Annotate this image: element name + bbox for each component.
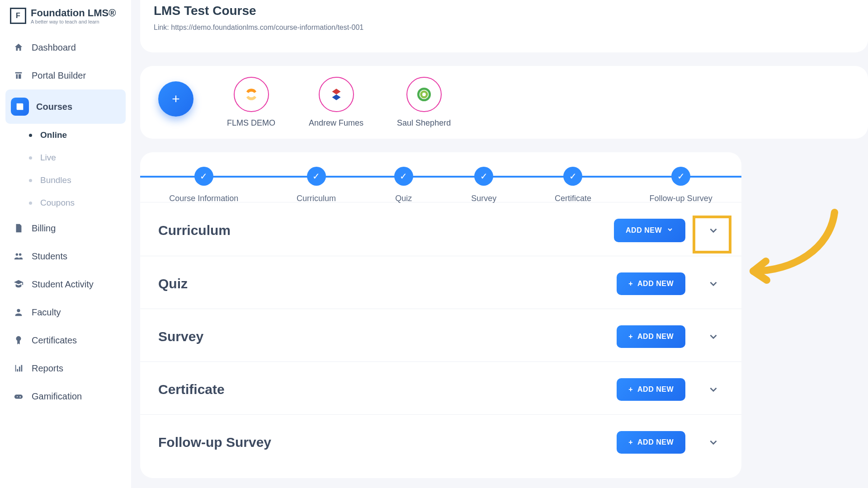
add-faculty-button[interactable]: + bbox=[158, 81, 193, 117]
home-icon bbox=[13, 42, 24, 53]
step-follow-up-survey[interactable]: ✓ Follow-up Survey bbox=[650, 167, 712, 203]
step-survey[interactable]: ✓ Survey bbox=[471, 167, 496, 203]
faculty-item[interactable]: Andrew Fumes bbox=[309, 77, 363, 128]
faculty-item[interactable]: Saul Shepherd bbox=[397, 77, 451, 128]
sidebar-item-gamification[interactable]: Gamification bbox=[5, 382, 126, 410]
expand-quiz-toggle[interactable] bbox=[703, 274, 723, 294]
step-course-information[interactable]: ✓ Course Information bbox=[169, 167, 238, 203]
section-quiz: Quiz + ADD NEW bbox=[140, 256, 741, 309]
sidebar-item-label: Portal Builder bbox=[32, 70, 86, 81]
faculty-icon bbox=[13, 306, 24, 318]
add-new-curriculum-button[interactable]: ADD NEW bbox=[614, 219, 685, 242]
sidebar-item-faculty[interactable]: Faculty bbox=[5, 298, 126, 326]
course-link-url[interactable]: https://demo.foundationlms.com/course-in… bbox=[171, 23, 363, 31]
plus-icon: + bbox=[628, 280, 633, 288]
certificate-icon bbox=[13, 334, 24, 346]
svg-point-0 bbox=[418, 89, 429, 100]
brand-name: Foundation LMS® bbox=[31, 7, 116, 19]
sidebar-sub-bundles[interactable]: Bundles bbox=[5, 169, 126, 192]
faculty-avatar-icon bbox=[234, 77, 269, 112]
sidebar-item-label: Students bbox=[32, 251, 67, 262]
course-header-card: LMS Test Course Link: https://demo.found… bbox=[140, 0, 868, 52]
sidebar-sub-coupons[interactable]: Coupons bbox=[5, 192, 126, 214]
sidebar-sub-label: Live bbox=[40, 153, 56, 163]
faculty-avatar-icon bbox=[406, 77, 442, 112]
billing-icon bbox=[13, 222, 24, 234]
dot-icon bbox=[29, 179, 32, 182]
button-label: ADD NEW bbox=[637, 385, 674, 394]
section-title: Quiz bbox=[158, 276, 188, 291]
courses-icon bbox=[11, 98, 29, 116]
button-label: ADD NEW bbox=[637, 438, 674, 446]
sidebar-item-reports[interactable]: Reports bbox=[5, 354, 126, 382]
sidebar-item-certificates[interactable]: Certificates bbox=[5, 326, 126, 354]
add-new-survey-button[interactable]: + ADD NEW bbox=[617, 325, 685, 348]
sidebar-item-portal-builder[interactable]: Portal Builder bbox=[5, 61, 126, 89]
sidebar-item-student-activity[interactable]: Student Activity bbox=[5, 270, 126, 298]
sidebar-sub-online[interactable]: Online bbox=[5, 124, 126, 146]
plus-icon: + bbox=[172, 91, 180, 107]
section-title: Curriculum bbox=[158, 223, 231, 238]
faculty-item[interactable]: FLMS DEMO bbox=[227, 77, 275, 128]
button-label: ADD NEW bbox=[637, 280, 674, 288]
section-title: Survey bbox=[158, 329, 203, 344]
sidebar-sub-label: Online bbox=[40, 130, 67, 140]
brand-tagline: A better way to teach and learn bbox=[31, 19, 116, 24]
sidebar-item-label: Billing bbox=[32, 223, 56, 234]
sidebar-item-dashboard[interactable]: Dashboard bbox=[5, 33, 126, 61]
button-label: ADD NEW bbox=[637, 333, 674, 341]
course-stepper: ✓ Course Information ✓ Curriculum ✓ Quiz… bbox=[140, 152, 741, 202]
content-card: ✓ Course Information ✓ Curriculum ✓ Quiz… bbox=[140, 152, 741, 478]
step-certificate[interactable]: ✓ Certificate bbox=[555, 167, 591, 203]
course-title: LMS Test Course bbox=[154, 4, 854, 18]
step-curriculum[interactable]: ✓ Curriculum bbox=[297, 167, 336, 203]
reports-icon bbox=[13, 362, 24, 374]
sidebar-item-students[interactable]: Students bbox=[5, 242, 126, 270]
activity-icon bbox=[13, 278, 24, 290]
sidebar-item-label: Certificates bbox=[32, 335, 77, 346]
check-icon: ✓ bbox=[394, 167, 413, 186]
expand-certificate-toggle[interactable] bbox=[703, 380, 723, 399]
section-curriculum: Curriculum ADD NEW bbox=[140, 202, 741, 256]
section-title: Certificate bbox=[158, 382, 225, 397]
expand-curriculum-toggle[interactable] bbox=[703, 221, 723, 240]
dot-icon bbox=[29, 156, 32, 160]
check-icon: ✓ bbox=[474, 167, 493, 186]
add-new-follow-up-survey-button[interactable]: + ADD NEW bbox=[617, 431, 685, 454]
button-label: ADD NEW bbox=[626, 226, 662, 235]
section-survey: Survey + ADD NEW bbox=[140, 309, 741, 361]
svg-point-1 bbox=[421, 92, 427, 98]
plus-icon: + bbox=[628, 438, 633, 446]
brand-logo-letter: F bbox=[16, 12, 20, 20]
step-label: Certificate bbox=[555, 194, 591, 203]
sidebar-item-courses[interactable]: Courses bbox=[5, 89, 126, 124]
faculty-name: Andrew Fumes bbox=[309, 118, 363, 128]
add-new-quiz-button[interactable]: + ADD NEW bbox=[617, 272, 685, 295]
step-label: Curriculum bbox=[297, 194, 336, 203]
expand-follow-up-survey-toggle[interactable] bbox=[703, 432, 723, 452]
section-follow-up-survey: Follow-up Survey + ADD NEW bbox=[140, 414, 741, 467]
step-label: Follow-up Survey bbox=[650, 194, 712, 203]
add-new-certificate-button[interactable]: + ADD NEW bbox=[617, 378, 685, 401]
section-title: Follow-up Survey bbox=[158, 435, 271, 450]
step-quiz[interactable]: ✓ Quiz bbox=[394, 167, 413, 203]
dot-icon bbox=[29, 202, 32, 205]
sidebar-item-label: Reports bbox=[32, 363, 63, 374]
step-label: Quiz bbox=[395, 194, 412, 203]
sidebar-item-label: Gamification bbox=[32, 391, 82, 402]
brand-logo-icon: F bbox=[10, 8, 26, 24]
gamification-icon bbox=[13, 390, 24, 402]
check-icon: ✓ bbox=[671, 167, 690, 186]
plus-icon: + bbox=[628, 385, 633, 394]
plus-icon: + bbox=[628, 333, 633, 341]
sidebar-item-billing[interactable]: Billing bbox=[5, 214, 126, 242]
main-area: LMS Test Course Link: https://demo.found… bbox=[140, 0, 868, 488]
expand-survey-toggle[interactable] bbox=[703, 327, 723, 347]
check-icon: ✓ bbox=[307, 167, 326, 186]
section-certificate: Certificate + ADD NEW bbox=[140, 361, 741, 414]
sidebar-sub-live[interactable]: Live bbox=[5, 146, 126, 169]
check-icon: ✓ bbox=[563, 167, 582, 186]
portal-icon bbox=[13, 70, 24, 81]
course-link-prefix: Link: bbox=[154, 23, 171, 31]
step-label: Survey bbox=[471, 194, 496, 203]
